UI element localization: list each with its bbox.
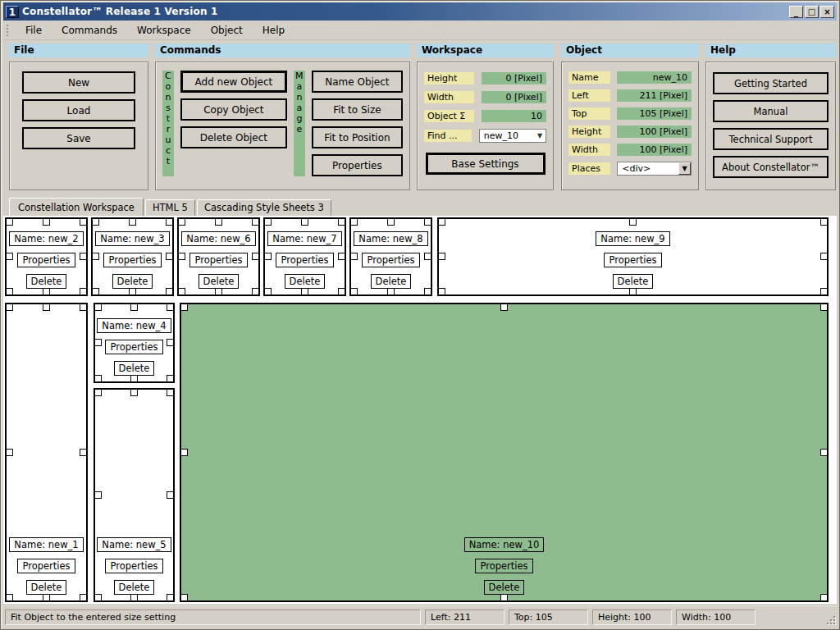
new-button[interactable]: New	[22, 71, 135, 94]
canvas-object-new_5[interactable]: Name: new_5PropertiesDelete	[94, 388, 175, 602]
resize-handle-br[interactable]	[80, 594, 87, 601]
object-delete-button[interactable]: Delete	[484, 580, 525, 595]
object-delete-button[interactable]: Delete	[114, 580, 155, 595]
resize-handle-bc[interactable]	[130, 594, 138, 601]
tab-html5[interactable]: HTML 5	[145, 199, 195, 216]
resize-handle-bl[interactable]	[6, 594, 13, 601]
object-properties-button[interactable]: Properties	[17, 253, 75, 267]
resize-handle-bc[interactable]	[43, 594, 50, 601]
object-properties-button[interactable]: Properties	[276, 253, 333, 267]
resize-handle-br[interactable]	[167, 375, 174, 382]
maximize-button[interactable]: □	[805, 6, 819, 18]
manual-button[interactable]: Manual	[713, 100, 829, 122]
object-delete-button[interactable]: Delete	[199, 274, 240, 289]
object-delete-button[interactable]: Delete	[613, 274, 654, 289]
name-object-button[interactable]: Name Object	[312, 71, 403, 93]
minimize-button[interactable]: _	[789, 6, 803, 18]
resize-handle-bc[interactable]	[629, 288, 637, 295]
resize-handle-tl[interactable]	[94, 304, 102, 311]
add-new-object-button[interactable]: Add new Object	[180, 71, 287, 93]
canvas-object-new_6[interactable]: Name: new_6PropertiesDelete	[177, 217, 260, 296]
canvas-object-new_8[interactable]: Name: new_8PropertiesDelete	[349, 217, 432, 296]
resize-handle-bc[interactable]	[130, 375, 138, 382]
resize-handle-tr[interactable]	[167, 304, 174, 311]
menu-object[interactable]: Object	[201, 22, 253, 39]
resize-handle-br[interactable]	[167, 594, 174, 601]
chevron-down-icon[interactable]: ▼	[678, 162, 691, 175]
menu-commands[interactable]: Commands	[52, 22, 127, 39]
resize-handle-bc[interactable]	[301, 288, 308, 295]
object-properties-button[interactable]: Properties	[189, 253, 247, 267]
object-delete-button[interactable]: Delete	[112, 274, 153, 289]
chevron-down-icon[interactable]: ▼	[534, 132, 546, 139]
technical-support-button[interactable]: Technical Support	[713, 128, 829, 150]
fit-to-size-button[interactable]: Fit to Size	[312, 98, 403, 121]
object-delete-button[interactable]: Delete	[26, 580, 67, 595]
resize-handle-mr[interactable]	[80, 449, 87, 456]
save-button[interactable]: Save	[22, 127, 135, 149]
resize-handle-ml[interactable]	[180, 449, 188, 456]
load-button[interactable]: Load	[22, 99, 135, 121]
resize-handle-mr[interactable]	[820, 449, 828, 456]
resize-handle-tr[interactable]	[167, 389, 174, 396]
resize-handle-bl[interactable]	[180, 594, 188, 601]
canvas-object-new_9[interactable]: Name: new_9PropertiesDelete	[437, 217, 829, 296]
resize-handle-bl[interactable]	[350, 288, 358, 295]
resize-handle-br[interactable]	[338, 288, 345, 295]
resize-handle-br[interactable]	[252, 288, 259, 295]
resize-handle-tl[interactable]	[94, 389, 102, 396]
resize-handle-tc[interactable]	[130, 389, 138, 396]
getting-started-button[interactable]: Getting Started	[713, 72, 829, 94]
object-properties-button[interactable]: Properties	[475, 559, 532, 573]
canvas-object-new_3[interactable]: Name: new_3PropertiesDelete	[91, 217, 174, 296]
fit-to-position-button[interactable]: Fit to Position	[312, 126, 403, 148]
find-object-dropdown[interactable]: new_10 ▼	[479, 129, 546, 143]
canvas-object-new_4[interactable]: Name: new_4PropertiesDelete	[94, 303, 175, 383]
resize-handle-bc[interactable]	[387, 288, 395, 295]
object-properties-button[interactable]: Properties	[105, 340, 162, 354]
resize-grip-icon[interactable]	[825, 614, 835, 624]
resize-handle-tc[interactable]	[500, 304, 508, 311]
canvas-object-new_2[interactable]: Name: new_2PropertiesDelete	[5, 217, 88, 296]
resize-handle-bl[interactable]	[264, 288, 272, 295]
resize-handle-br[interactable]	[424, 288, 431, 295]
menu-help[interactable]: Help	[253, 22, 294, 39]
canvas-object-new_10[interactable]: Name: new_10PropertiesDelete	[180, 303, 829, 602]
resize-handle-tr[interactable]	[80, 304, 87, 311]
resize-handle-bc[interactable]	[129, 288, 136, 295]
tab-constellation-workspace[interactable]: Constellation Workspace	[9, 198, 144, 217]
canvas-object-new_1[interactable]: Name: new_1PropertiesDelete	[5, 303, 88, 602]
about-button[interactable]: About Constellator™	[713, 156, 829, 178]
places-dropdown[interactable]: <div> ▼	[617, 162, 692, 176]
menubar-grip-icon[interactable]	[7, 25, 11, 36]
resize-handle-tc[interactable]	[43, 304, 50, 311]
resize-handle-br[interactable]	[80, 288, 87, 295]
copy-object-button[interactable]: Copy Object	[180, 98, 287, 121]
tab-css3[interactable]: Cascading Style Sheets 3	[197, 199, 331, 216]
resize-handle-br[interactable]	[166, 288, 173, 295]
workspace-canvas[interactable]: Name: new_2PropertiesDeleteName: new_3Pr…	[3, 216, 837, 605]
resize-handle-bc[interactable]	[43, 288, 50, 295]
resize-handle-ml[interactable]	[6, 449, 13, 456]
resize-handle-bl[interactable]	[94, 594, 102, 601]
resize-handle-bl[interactable]	[6, 288, 13, 295]
object-properties-button[interactable]: Properties	[604, 253, 661, 267]
resize-handle-tl[interactable]	[180, 304, 188, 311]
resize-handle-br[interactable]	[820, 594, 828, 601]
resize-handle-bc[interactable]	[215, 288, 222, 295]
object-delete-button[interactable]: Delete	[285, 274, 326, 289]
object-properties-button[interactable]: Properties	[105, 559, 162, 573]
resize-handle-bc[interactable]	[500, 594, 508, 601]
close-button[interactable]: ×	[820, 6, 834, 18]
menu-workspace[interactable]: Workspace	[127, 22, 201, 39]
resize-handle-tc[interactable]	[130, 304, 138, 311]
resize-handle-br[interactable]	[820, 288, 828, 295]
resize-handle-bl[interactable]	[92, 288, 99, 295]
object-properties-button[interactable]: Properties	[103, 253, 161, 267]
resize-handle-mr[interactable]	[167, 491, 174, 499]
resize-handle-tr[interactable]	[820, 304, 828, 311]
resize-handle-bl[interactable]	[178, 288, 185, 295]
delete-object-button[interactable]: Delete Object	[180, 126, 287, 148]
object-properties-button[interactable]: Properties	[17, 559, 75, 573]
resize-handle-tl[interactable]	[6, 304, 13, 311]
